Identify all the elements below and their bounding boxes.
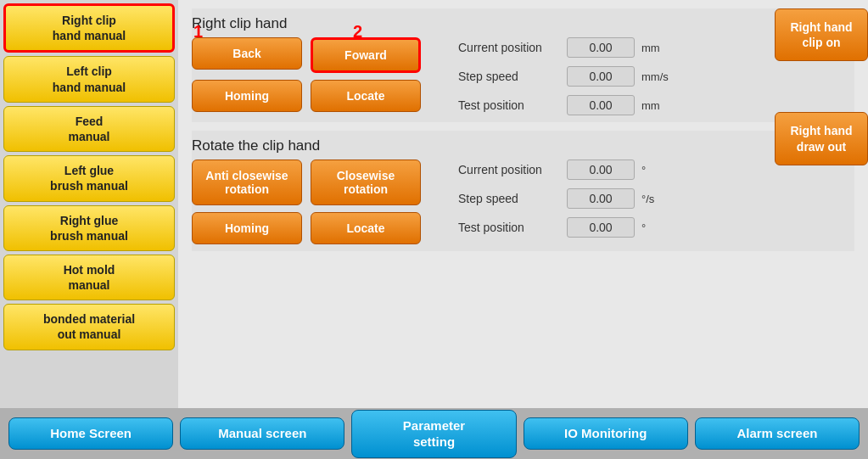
section2-btn-col: Anti closewiserotation Closewiserotation… xyxy=(192,160,421,244)
section2-title: Rotate the clip hand xyxy=(192,137,854,154)
section1-current-position-input[interactable] xyxy=(567,37,635,58)
section1-btn-pair2: Homing Locate xyxy=(192,80,421,112)
parameter-setting-btn[interactable]: Parametersetting xyxy=(351,410,516,458)
sidebar-btn-feed-manual[interactable]: Feedmanual xyxy=(3,106,175,152)
alarm-screen-btn[interactable]: Alarm screen xyxy=(695,417,860,450)
section2-controls-row: Anti closewiserotation Closewiserotation… xyxy=(192,160,854,244)
manual-screen-btn[interactable]: Manual screen xyxy=(180,417,344,450)
back-btn[interactable]: Back xyxy=(192,37,302,70)
main-content: Right clip hand 1 Back 2 Foward xyxy=(178,0,868,408)
section-rotate-clip-hand: Rotate the clip hand Anti closewiserotat… xyxy=(192,131,854,251)
section1-step-speed-unit: mm/s xyxy=(641,70,671,83)
section2-current-position-unit: ° xyxy=(641,164,671,176)
sidebar-btn-left-glue-brush-manual[interactable]: Left gluebrush manual xyxy=(3,155,175,201)
section1-step-speed-label: Step speed xyxy=(458,70,560,83)
section1-test-position-label: Test position xyxy=(458,98,560,112)
section2-current-position-row: Current position ° xyxy=(458,160,671,180)
section2-test-position-input[interactable] xyxy=(567,217,635,238)
section2-current-position-label: Current position xyxy=(458,163,560,176)
section2-locate-btn[interactable]: Locate xyxy=(311,212,421,244)
sidebar-btn-bonded-material-out-manual[interactable]: bonded materialout manual xyxy=(3,304,175,350)
section2-step-speed-input[interactable] xyxy=(567,188,635,209)
closewise-btn[interactable]: Closewiserotation xyxy=(311,160,421,205)
section1-current-position-unit: mm xyxy=(641,42,671,54)
number2-badge: 2 xyxy=(353,22,362,42)
section2-btn-pair2: Homing Locate xyxy=(192,212,421,244)
right-hand-draw-out-btn[interactable]: Right handdraw out xyxy=(775,112,868,165)
section1-test-position-unit: mm xyxy=(641,99,671,112)
section1-locate-btn[interactable]: Locate xyxy=(311,80,421,112)
section1-btn-pair1: 1 Back 2 Foward xyxy=(192,37,421,73)
sidebar-btn-right-glue-brush-manual[interactable]: Right gluebrush manual xyxy=(3,205,175,251)
section1-test-position-row: Test position mm xyxy=(458,95,671,115)
section2-test-position-label: Test position xyxy=(458,221,560,234)
sidebar: Right cliphand manual Left cliphand manu… xyxy=(0,0,178,408)
section2-fields: Current position ° Step speed °/s Test p… xyxy=(458,160,671,238)
right-hand-clip-on-btn[interactable]: Right handclip on xyxy=(775,8,868,61)
section1-homing-btn[interactable]: Homing xyxy=(192,80,302,112)
number1-badge: 1 xyxy=(193,22,203,42)
io-monitoring-btn[interactable]: IO Monitoring xyxy=(524,417,688,450)
section1-current-position-row: Current position mm xyxy=(458,37,671,58)
section2-step-speed-row: Step speed °/s xyxy=(458,188,671,209)
section2-current-position-input[interactable] xyxy=(567,160,635,180)
section1-btn-col: 1 Back 2 Foward Homing Locate xyxy=(192,37,421,112)
section1-fields: Current position mm Step speed mm/s Test… xyxy=(458,37,671,115)
sidebar-btn-right-clip-hand-manual[interactable]: Right cliphand manual xyxy=(3,3,175,53)
sidebar-btn-hot-mold-manual[interactable]: Hot moldmanual xyxy=(3,255,175,300)
section1-test-position-input[interactable] xyxy=(567,95,635,115)
anti-closewise-btn[interactable]: Anti closewiserotation xyxy=(192,160,302,205)
section2-step-speed-unit: °/s xyxy=(641,193,671,205)
section1-current-position-label: Current position xyxy=(458,41,560,54)
sidebar-btn-left-clip-hand-manual[interactable]: Left cliphand manual xyxy=(3,56,175,102)
section2-btn-pair1: Anti closewiserotation Closewiserotation xyxy=(192,160,421,205)
section-right-clip-hand: Right clip hand 1 Back 2 Foward xyxy=(192,8,854,122)
section2-homing-btn[interactable]: Homing xyxy=(192,212,302,244)
section2-test-position-unit: ° xyxy=(641,221,671,234)
section1-controls-row: 1 Back 2 Foward Homing Locate xyxy=(192,37,854,115)
forward-btn[interactable]: Foward xyxy=(311,37,421,73)
section1-title: Right clip hand xyxy=(192,15,854,32)
section2-step-speed-label: Step speed xyxy=(458,192,560,205)
section2-test-position-row: Test position ° xyxy=(458,217,671,238)
home-screen-btn[interactable]: Home Screen xyxy=(8,417,173,450)
bottom-nav: Home Screen Manual screen Parametersetti… xyxy=(0,408,868,459)
right-side-btns: Right handclip on Right handdraw out xyxy=(775,8,868,165)
section1-step-speed-input[interactable] xyxy=(567,66,635,87)
section1-step-speed-row: Step speed mm/s xyxy=(458,66,671,87)
